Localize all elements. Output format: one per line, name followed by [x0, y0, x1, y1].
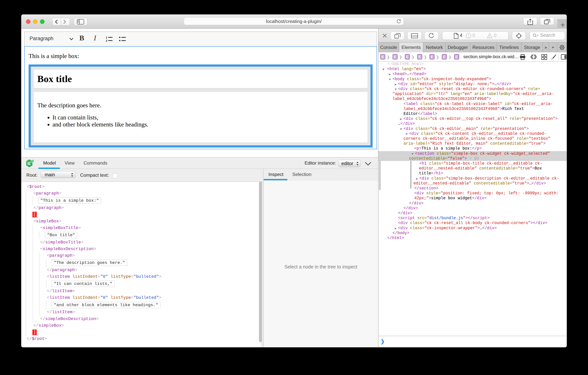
- svg-text:5: 5: [32, 160, 33, 162]
- svg-text:1: 1: [106, 36, 107, 39]
- svg-text:2: 2: [106, 39, 107, 42]
